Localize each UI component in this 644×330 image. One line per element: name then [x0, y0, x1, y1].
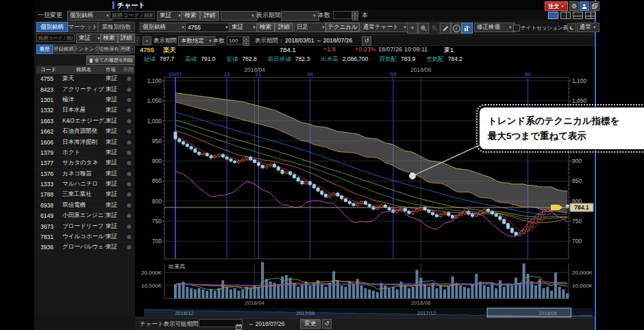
- sidebar-tab-market[interactable]: マーケット: [68, 22, 98, 32]
- technical-button[interactable]: テクニカル: [325, 23, 360, 32]
- sidebar-exchange-dropdown[interactable]: 東証▼: [76, 34, 103, 43]
- chart-detail-button[interactable]: 詳細: [275, 23, 293, 32]
- toolbar-collapse-button[interactable]: ▴: [143, 36, 151, 45]
- chart-category-value: 個別銘柄: [143, 23, 166, 31]
- table-row[interactable]: 6938双信電機東証⊗: [36, 201, 134, 211]
- table-row[interactable]: 3936グローバルウェイ東証⊗: [36, 242, 134, 253]
- delete-row-icon[interactable]: ⊗: [123, 191, 134, 198]
- table-row[interactable]: 1376カネコ種苗東証⊗: [36, 169, 134, 179]
- chart-type-dropdown[interactable]: 通常チャート▼: [360, 23, 410, 32]
- stock-table-body: 4755楽天東証⊗8423アクリーティブ東証⊗1301極洋東証⊗1332日本水産…: [36, 74, 134, 253]
- sidebar-search-button[interactable]: 検索: [100, 34, 118, 43]
- sidebar-list-tab-ranking[interactable]: ランキング: [75, 45, 98, 54]
- period-mode-dropdown[interactable]: 本数指定▼: [178, 36, 215, 46]
- layout-grid-button[interactable]: [585, 12, 595, 19]
- delete-row-icon[interactable]: ⊗: [123, 107, 134, 114]
- count-spinner[interactable]: ▴▾: [243, 36, 249, 45]
- table-row[interactable]: 1663K&Oエナジーグループ東証⊗: [36, 116, 134, 127]
- night-session-checkbox[interactable]: [513, 25, 520, 31]
- user-button[interactable]: [580, 1, 589, 11]
- stock-market: 東証: [106, 106, 123, 114]
- delete-row-icon[interactable]: ⊗: [123, 223, 134, 230]
- spin-up-icon[interactable]: ▴: [352, 11, 358, 16]
- chart-search-button[interactable]: 検索: [256, 23, 275, 32]
- table-row[interactable]: 6149小田原エンジニアリング東証⊗: [36, 211, 134, 221]
- sidebar-list-tab-registered[interactable]: 登録銘柄: [53, 45, 75, 54]
- draw-button[interactable]: [440, 23, 451, 34]
- table-row[interactable]: 4755楽天東証⊗: [36, 74, 134, 84]
- layout-two-vertical-button[interactable]: [560, 12, 571, 19]
- table-row[interactable]: 7831ウイルコホールディングス東証⊗: [36, 232, 134, 242]
- global-search-button[interactable]: 検索: [181, 11, 200, 21]
- add-indicator-button[interactable]: +: [407, 23, 418, 34]
- global-exchange-dropdown[interactable]: 東証▼: [157, 11, 184, 21]
- delete-row-icon[interactable]: ⊗: [123, 160, 134, 166]
- sidebar-tab-sector[interactable]: 業種別指数: [98, 22, 135, 32]
- layout-two-horizontal-button[interactable]: [573, 12, 583, 19]
- session-dropdown[interactable]: 通常▼: [577, 23, 599, 32]
- global-count-input[interactable]: [333, 11, 352, 19]
- delete-row-icon[interactable]: ⊗: [123, 139, 134, 146]
- sidebar-list-tab-margin[interactable]: 信用建玉: [120, 45, 131, 54]
- delete-row-icon[interactable]: ⊗: [123, 97, 134, 103]
- table-row[interactable]: 1301極洋東証⊗: [36, 95, 134, 105]
- order-button[interactable]: 注文 ▼: [545, 1, 568, 11]
- count-input[interactable]: [227, 36, 243, 45]
- spin-down-icon[interactable]: ▾: [352, 16, 358, 21]
- popout-button[interactable]: [590, 1, 599, 11]
- table-row[interactable]: 3673ブロードリーフ東証⊗: [36, 221, 134, 231]
- period-reset-button[interactable]: ↺: [322, 319, 332, 329]
- delete-row-icon[interactable]: ⊗: [123, 75, 134, 82]
- delete-row-icon[interactable]: ⊗: [123, 212, 134, 219]
- sidebar-list-tab-holdings[interactable]: 現物保有: [98, 45, 120, 54]
- table-row[interactable]: 1377サカタのタネ東証⊗: [36, 158, 134, 168]
- delete-row-icon[interactable]: ⊗: [123, 170, 134, 177]
- zoom-out-button[interactable]: [429, 23, 440, 34]
- sidebar-symbol-input[interactable]: [36, 34, 75, 42]
- sidebar-list-tab-history[interactable]: 履歴: [36, 45, 53, 54]
- table-row[interactable]: 1332日本水産東証⊗: [36, 105, 134, 116]
- info-button[interactable]: i: [451, 23, 462, 34]
- spin-down-icon[interactable]: ▾: [243, 41, 249, 46]
- apply-period-button[interactable]: 変更: [300, 319, 321, 329]
- table-row[interactable]: 1788三東工業社東証⊗: [36, 190, 134, 200]
- global-category-dropdown[interactable]: 個別銘柄▼: [67, 11, 112, 21]
- sidebar-tab-individual[interactable]: 個別銘柄: [36, 22, 68, 32]
- spin-up-icon[interactable]: ▴: [243, 36, 249, 41]
- delete-row-icon[interactable]: ⊗: [123, 149, 134, 156]
- tab-scroll-right-button[interactable]: ›: [130, 45, 135, 53]
- delete-row-icon[interactable]: ⊗: [123, 181, 134, 188]
- table-row[interactable]: 8423アクリーティブ東証⊗: [36, 84, 134, 94]
- table-row[interactable]: 1606日本海洋掘削東証⊗: [36, 137, 134, 147]
- delete-row-icon[interactable]: ⊗: [123, 244, 134, 251]
- chart-type-value: 通常チャート: [363, 23, 399, 31]
- chart-settings-button[interactable]: [462, 23, 473, 34]
- global-empty-dropdown-1[interactable]: ▼: [221, 11, 258, 21]
- layout-single-button[interactable]: [548, 12, 558, 19]
- delete-row-icon[interactable]: ⊗: [123, 118, 134, 125]
- table-row[interactable]: 1333マルハニチロ東証⊗: [36, 179, 134, 190]
- global-detail-button[interactable]: 詳細: [200, 11, 219, 21]
- adjusted-price-dropdown[interactable]: 修正株価▼: [474, 23, 515, 32]
- chart-exchange-dropdown[interactable]: 東証▼: [229, 23, 259, 32]
- calendar-button[interactable]: [236, 320, 242, 327]
- range-reset-button[interactable]: ↺: [362, 36, 371, 46]
- zoom-in-button[interactable]: [418, 23, 429, 34]
- global-period-dropdown[interactable]: ▼: [281, 11, 319, 21]
- table-row[interactable]: 1662石油資源開発東証⊗: [36, 127, 134, 137]
- chart-category-dropdown[interactable]: 個別銘柄▼: [140, 23, 188, 32]
- delete-row-icon[interactable]: ⊗: [123, 202, 134, 209]
- delete-all-history-button[interactable]: 全ての履歴を削除: [86, 55, 136, 65]
- night-session-button[interactable]: [567, 23, 576, 32]
- sidebar-collapse-handle[interactable]: ›: [135, 36, 140, 45]
- table-row[interactable]: 1379ホクト東証⊗: [36, 148, 134, 158]
- delete-row-icon[interactable]: ⊗: [123, 233, 134, 240]
- delete-row-icon[interactable]: ⊗: [123, 86, 134, 93]
- sidebar-detail-button[interactable]: 詳細: [118, 34, 135, 43]
- chart-code-combo[interactable]: 4755▼: [185, 23, 232, 32]
- delete-row-icon[interactable]: ⊗: [123, 128, 134, 135]
- stock-market: 東証: [106, 243, 123, 251]
- timeframe-dropdown[interactable]: 日足▼: [294, 23, 328, 32]
- global-count-spinner[interactable]: ▴▾: [352, 11, 358, 19]
- settings-button[interactable]: ⚙: [569, 1, 579, 11]
